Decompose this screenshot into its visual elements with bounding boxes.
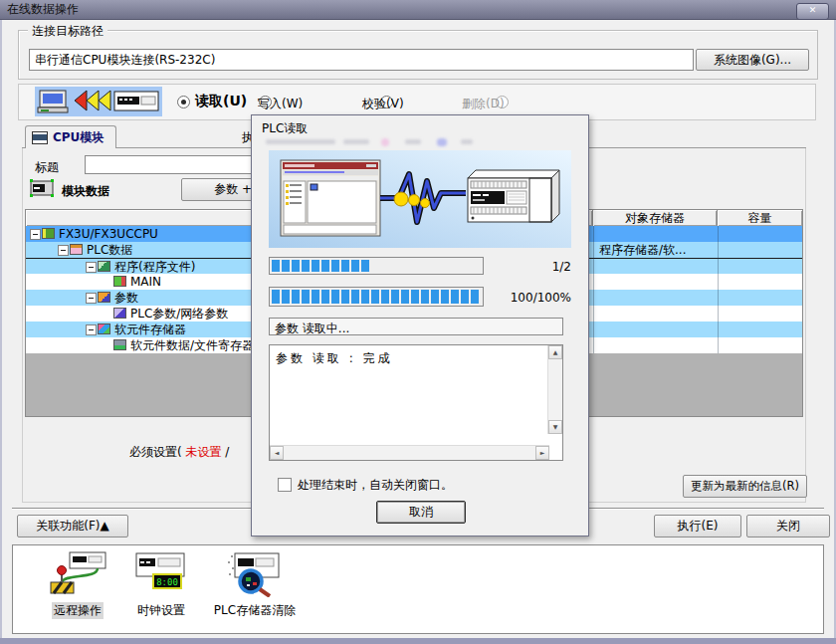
radio-read-label[interactable]: 读取(U) [195,93,247,110]
log-box[interactable]: 参数 读取 : 完成 [269,344,563,461]
radio-verify-label[interactable]: 校验(V) [362,96,404,112]
collapse-icon[interactable] [86,262,97,273]
radio-delete-label: 删除(D) [462,96,505,112]
plc-data-icon [70,244,83,255]
column-header[interactable]: 对象存储器 [593,210,718,226]
total-progress-label: 100/100% [481,291,571,305]
related-functions-button[interactable]: 关联功能(F)▲ [17,515,128,537]
target-memory-cell: 程序存储器/软... [599,242,687,258]
grid-line [718,226,719,353]
window-edge [0,20,2,640]
clock-setting-label[interactable]: 时钟设置 [116,602,206,619]
module-data-icon [30,179,54,197]
window-title: 在线数据操作 [7,1,79,18]
execute-button[interactable]: 执行(E) [654,515,741,537]
online-data-operation-window: 在线数据操作 连接目标路径 串行通信CPU模块连接(RS-232C) 系统图像(… [0,0,836,644]
auto-close-label[interactable]: 处理结束时，自动关闭窗口。 [298,477,453,494]
dialog-title: PLC读取 [262,120,308,137]
status-field: 参数 读取中... [269,318,563,335]
collapse-icon[interactable] [58,245,69,256]
horizontal-scrollbar[interactable] [270,445,549,460]
auto-close-checkbox[interactable] [278,478,292,492]
system-image-button[interactable]: 系统图像(G)... [696,49,809,71]
window-close-icon[interactable] [796,3,829,20]
scroll-down-icon[interactable] [548,420,562,434]
refresh-button[interactable]: 更新为最新的信息(R) [683,475,807,498]
collapse-icon[interactable] [86,293,97,304]
device-memory-icon [98,323,110,334]
vertical-scrollbar[interactable] [547,345,562,434]
plc-memory-clear-item[interactable]: PLC存储器清除 [200,549,310,619]
cpu-module-icon [32,131,48,144]
scroll-up-icon[interactable] [548,345,562,359]
watermark [266,137,495,147]
plc-network-parameter-icon [113,308,126,319]
radio-read[interactable] [177,96,190,108]
required-unset: 未设置 [186,445,222,459]
remote-operation-icon [48,549,107,597]
connection-groupbox: 连接目标路径 串行通信CPU模块连接(RS-232C) 系统图像(G)... [18,30,818,80]
plc-memory-clear-label[interactable]: PLC存储器清除 [200,602,310,619]
window-titlebar: 在线数据操作 [0,0,836,20]
title-field-label: 标题 [35,159,59,176]
grid-line [593,226,594,353]
required-note: 必须设置( 未设置 / [129,444,229,461]
program-file-icon [113,276,126,287]
scroll-left-icon[interactable] [270,446,284,460]
related-functions-panel: 远程操作 8:00 时钟设置 [12,544,824,634]
device-data-icon [113,339,126,350]
remote-operation-label[interactable]: 远程操作 [52,602,104,619]
total-progress-bar [269,287,484,307]
log-text: 参数 读取 : 完成 [276,350,393,367]
tab-cpu-module[interactable]: CPU模块 [25,125,116,148]
plc-memory-clear-icon [223,549,287,597]
read-direction-icon [35,87,162,116]
file-progress-label: 1/2 [481,260,571,274]
connection-path-field[interactable]: 串行通信CPU模块连接(RS-232C) [29,49,694,71]
clock-setting-item[interactable]: 8:00 时钟设置 [116,549,206,619]
program-icon [98,261,110,272]
cancel-button[interactable]: 取消 [376,501,466,524]
connection-group-label: 连接目标路径 [28,23,107,40]
plc-module-icon [42,228,55,239]
parameter-icon [98,292,110,303]
collapse-icon[interactable] [30,229,41,240]
clock-setting-icon: 8:00 [131,549,191,597]
module-data-label: 模块数据 [62,183,109,200]
remote-operation-item[interactable]: 远程操作 [33,549,122,619]
file-progress-bar [269,257,484,275]
transfer-illustration [269,150,571,248]
column-header[interactable]: 容量 [718,210,802,226]
radio-write-label[interactable]: 写入(W) [258,96,303,112]
scroll-right-icon[interactable] [535,446,549,460]
close-button[interactable]: 关闭 [746,515,830,537]
plc-read-dialog: PLC读取 [251,114,589,537]
collapse-icon[interactable] [86,324,97,335]
svg-text:8:00: 8:00 [156,577,178,587]
window-edge [0,638,836,644]
